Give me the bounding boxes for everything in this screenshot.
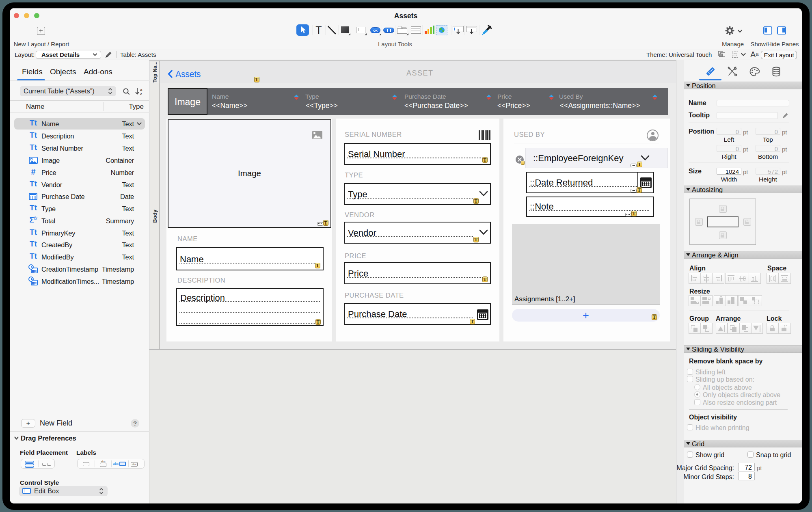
svg-text:z: z [140,91,142,95]
